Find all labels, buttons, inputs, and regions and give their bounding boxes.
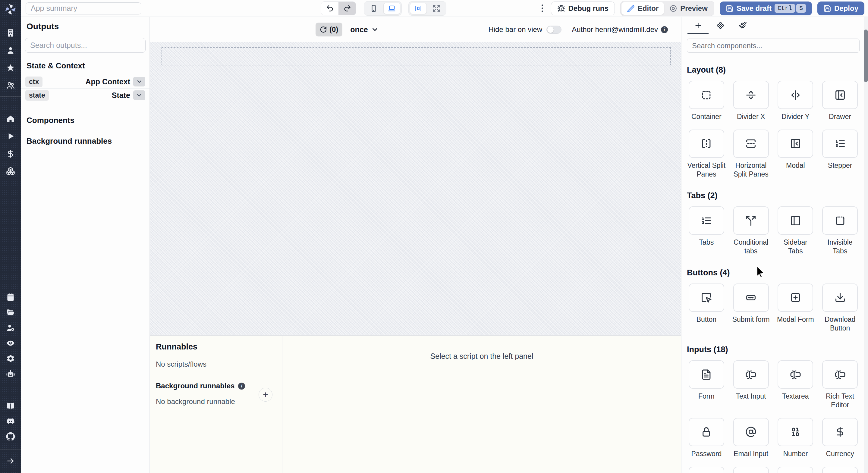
component-item: Email Input (732, 418, 771, 458)
app-summary-input[interactable] (26, 2, 141, 14)
component-grid: FormText InputTextareaRich Text EditorPa… (687, 360, 860, 473)
component-item: Vertical Split Panes (687, 130, 726, 179)
user-cog-icon[interactable] (6, 323, 15, 332)
component-card[interactable] (822, 467, 858, 473)
mobile-view-button[interactable] (365, 3, 382, 14)
component-card-label: Password (691, 449, 721, 458)
info-icon[interactable]: i (661, 26, 668, 33)
component-card[interactable] (778, 418, 813, 446)
component-card[interactable] (689, 467, 724, 473)
hide-bar-toggle[interactable] (547, 26, 561, 34)
outputs-search-input[interactable] (30, 41, 141, 50)
bot-icon[interactable] (6, 369, 15, 378)
star-icon[interactable] (6, 63, 15, 72)
deploy-button[interactable]: Deploy (817, 1, 864, 15)
component-card[interactable] (778, 284, 813, 312)
component-card[interactable] (733, 284, 769, 312)
form-dots-icon (745, 292, 756, 303)
script-editor-pane: Select a script on the left panel (282, 336, 681, 473)
component-card[interactable] (733, 130, 769, 158)
component-card[interactable] (778, 467, 813, 473)
home-icon[interactable] (6, 114, 15, 123)
component-card[interactable] (689, 81, 724, 109)
state-row[interactable]: state State (21, 88, 150, 102)
component-card[interactable] (689, 207, 724, 235)
component-card[interactable] (778, 360, 813, 389)
kbd-s: S (796, 4, 806, 13)
eye-clock-icon[interactable] (6, 339, 15, 348)
schedule-value: once (350, 25, 368, 34)
undo-button[interactable] (321, 2, 338, 15)
component-card[interactable] (822, 130, 858, 158)
tab-components-settings[interactable] (709, 17, 732, 34)
settings-icon[interactable] (6, 354, 15, 363)
component-card-label: Conditional tabs (732, 238, 771, 255)
tab-insert[interactable] (687, 17, 709, 34)
mouse-square-icon (701, 292, 712, 303)
more-menu-button[interactable] (539, 2, 546, 14)
book-open-icon[interactable] (6, 401, 15, 410)
component-card[interactable] (689, 360, 724, 389)
dollar-icon[interactable] (6, 149, 15, 158)
component-card[interactable] (822, 207, 858, 235)
component-card[interactable] (689, 130, 724, 158)
component-card-label: Drawer (829, 113, 851, 121)
desktop-view-button[interactable] (383, 3, 400, 14)
component-card[interactable] (822, 81, 858, 109)
fullscreen-button[interactable] (428, 3, 445, 14)
refresh-button[interactable]: (0) (315, 23, 342, 36)
discord-icon[interactable] (6, 417, 15, 426)
scrollbar[interactable] (864, 17, 868, 473)
chevron-down-icon (371, 26, 379, 33)
component-card[interactable] (733, 418, 769, 446)
ctx-row[interactable]: ctx App Context (21, 75, 150, 88)
folder-open-icon[interactable] (6, 308, 15, 317)
calendar-icon[interactable] (6, 292, 15, 302)
state-expand-button[interactable] (133, 90, 145, 100)
tab-styling[interactable] (732, 17, 754, 34)
play-icon[interactable] (6, 132, 15, 141)
component-card[interactable] (733, 467, 769, 473)
ctx-expand-button[interactable] (133, 77, 145, 87)
scrollbar-thumb[interactable] (864, 30, 868, 82)
plus-icon (694, 21, 702, 30)
redo-button[interactable] (338, 2, 356, 15)
tab-editor[interactable]: Editor (621, 2, 664, 15)
building-icon[interactable] (6, 28, 15, 37)
app-canvas[interactable] (150, 42, 681, 335)
center-content-button[interactable] (410, 3, 427, 14)
debug-runs-button[interactable]: Debug runs (551, 1, 615, 15)
windmill-logo[interactable] (4, 2, 18, 16)
canvas-drop-zone[interactable] (161, 47, 671, 65)
schedule-dropdown[interactable]: once (350, 25, 378, 34)
component-card[interactable] (778, 207, 813, 235)
component-card[interactable] (778, 130, 813, 158)
component-item: Sidebar Tabs (776, 207, 815, 255)
component-card[interactable] (822, 284, 858, 312)
sidebar-group (6, 401, 15, 441)
add-background-runnable-button[interactable]: + (258, 388, 273, 402)
component-card[interactable] (689, 418, 724, 446)
arrow-right-icon[interactable] (6, 456, 15, 466)
users-icon[interactable] (6, 81, 15, 90)
component-card[interactable] (822, 360, 858, 389)
user-icon[interactable] (6, 46, 15, 55)
component-card[interactable] (733, 81, 769, 109)
component-item: Horizontal Split Panes (732, 130, 771, 179)
component-card[interactable] (733, 360, 769, 389)
background-runnables-section-title: Background runnables (27, 136, 144, 146)
info-icon[interactable]: i (238, 383, 245, 389)
github-icon[interactable] (6, 432, 15, 441)
binary-icon (790, 426, 801, 437)
component-card[interactable] (778, 81, 813, 109)
runnables-empty: No scripts/flows (156, 360, 276, 369)
component-card-label: Number (783, 449, 808, 458)
component-card[interactable] (689, 284, 724, 312)
component-card[interactable] (733, 207, 769, 235)
component-card-label: Download Button (820, 315, 860, 333)
components-search-input[interactable] (692, 41, 855, 50)
tab-preview[interactable]: Preview (664, 2, 713, 15)
save-draft-button[interactable]: Save draft CtrlS (720, 1, 812, 15)
component-card[interactable] (822, 418, 858, 446)
boxes-icon[interactable] (6, 167, 15, 176)
